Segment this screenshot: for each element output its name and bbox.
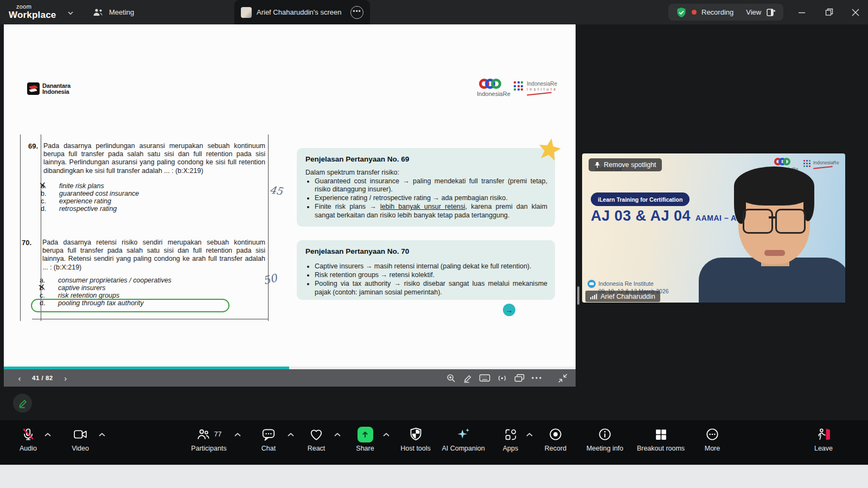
broadcast-icon[interactable] xyxy=(496,373,508,383)
course-code: AJ 03 & AJ 04 xyxy=(591,208,691,224)
danantara-logo-line1: Danantara xyxy=(42,83,71,89)
remove-spotlight-button[interactable]: Remove spotlight xyxy=(589,158,662,171)
more-options-icon[interactable] xyxy=(531,376,542,380)
video-strip-scrollbar[interactable] xyxy=(577,286,579,305)
more-icon xyxy=(705,427,719,441)
workplace-chevron-down-icon[interactable] xyxy=(66,10,75,16)
meeting-info-label: Meeting info xyxy=(577,445,633,452)
record-icon xyxy=(548,427,563,441)
next-page-button[interactable]: › xyxy=(59,374,73,383)
tab-options-icon[interactable]: ••• xyxy=(350,6,363,19)
record-button[interactable]: Record xyxy=(534,427,577,452)
recording-dot-icon xyxy=(692,10,697,15)
explanation-69-bullet-3: Finite risk plans → lebih banyak unsur r… xyxy=(315,203,547,220)
institute-line1: IndonesiaRe xyxy=(527,81,557,87)
q69-option-a: finite risk plans xyxy=(59,182,104,190)
q69-handwritten-note: 45 xyxy=(269,183,284,197)
institute-dots-icon xyxy=(514,81,524,91)
tab-shared-screen[interactable]: Arief Chaharuddin's screen ••• xyxy=(234,0,370,24)
close-button[interactable] xyxy=(843,0,868,24)
q69-option-d-letter: d. xyxy=(41,205,59,213)
share-chevron-up[interactable] xyxy=(382,432,391,438)
explanation-69-card: Penjelasan Pertanyaan No. 69 Dalam spekt… xyxy=(297,148,555,227)
minimize-button[interactable] xyxy=(789,0,814,24)
institute-line2: I n s t i t u t e xyxy=(527,87,557,92)
leave-label: Leave xyxy=(802,445,845,452)
more-button[interactable]: More xyxy=(691,427,734,452)
zoom-in-icon[interactable] xyxy=(446,373,456,383)
share-screen-icon xyxy=(358,427,373,442)
signal-bars-icon xyxy=(590,293,597,299)
q70-option-c-letter: c. xyxy=(40,292,58,299)
apps-icon xyxy=(504,428,518,441)
video-label: Video xyxy=(59,445,102,452)
react-chevron-up[interactable] xyxy=(333,432,342,438)
ai-companion-label: AI Companion xyxy=(434,445,493,452)
chat-label: Chat xyxy=(247,445,290,452)
view-layout-icon[interactable] xyxy=(766,8,776,17)
meeting-info-button[interactable]: Meeting info xyxy=(577,427,633,452)
q69-options: a.finite risk plans b.guaranteed cost in… xyxy=(41,182,269,213)
ai-companion-button[interactable]: AI Companion xyxy=(434,427,493,452)
view-button[interactable]: View xyxy=(746,8,761,16)
q69-option-b: guaranteed cost insurance xyxy=(59,190,139,197)
share-button[interactable]: Share xyxy=(343,427,387,452)
apps-label: Apps xyxy=(489,445,532,452)
q69-option-a-letter: a. xyxy=(41,182,59,190)
leave-button[interactable]: Leave xyxy=(802,427,845,452)
apps-button[interactable]: Apps xyxy=(489,427,532,452)
collapse-icon[interactable] xyxy=(558,373,568,383)
explanation-70-bullets: Captive insurers → masih retensi interna… xyxy=(305,262,547,297)
q69-option-d: retrospective rating xyxy=(59,205,117,213)
explanation-70-title: Penjelasan Pertanyaan No. 70 xyxy=(297,240,555,255)
q70-text: Pada dasarnya retensi risiko sendiri mer… xyxy=(42,239,265,272)
page-indicator: 41 / 82 xyxy=(32,375,53,381)
previous-page-button[interactable]: ‹ xyxy=(12,374,27,383)
audio-chevron-up[interactable] xyxy=(43,432,52,438)
participant-video-tile[interactable]: Indonesia Remove spotlight IndonesiaRe I… xyxy=(582,153,845,303)
react-button[interactable]: React xyxy=(295,427,338,452)
scan-border-bottom xyxy=(32,319,269,319)
chat-button[interactable]: Chat xyxy=(247,427,290,452)
q69-text: Pada dasarnya perlindungan asuransi meru… xyxy=(43,142,265,175)
explanation-70-card: Penjelasan Pertanyaan No. 70 Captive ins… xyxy=(297,240,555,300)
breakout-rooms-icon xyxy=(654,428,668,441)
participants-chevron-up[interactable] xyxy=(233,432,242,438)
audio-button[interactable]: Audio xyxy=(7,427,50,452)
danantara-logo-icon xyxy=(27,82,40,95)
chat-chevron-up[interactable] xyxy=(286,432,295,438)
more-label: More xyxy=(691,445,734,452)
screen-thumbnail xyxy=(241,7,252,18)
tab-meeting[interactable]: Meeting xyxy=(92,0,134,24)
apps-chevron-up[interactable] xyxy=(525,432,534,438)
scan-border-right xyxy=(268,134,269,321)
participants-icon xyxy=(196,428,210,441)
slides-icon[interactable] xyxy=(514,373,525,383)
explanation-69-bullet-1: Guaranteed cost insurance → paling mende… xyxy=(315,177,547,194)
participants-label: Participants xyxy=(179,445,239,452)
ai-companion-sparkle-icon xyxy=(456,427,471,442)
explanation-70-bullet-2: Risk retention groups → retensi kolektif… xyxy=(315,271,547,280)
leave-icon xyxy=(816,427,831,441)
meeting-toolbar: Audio Video 77 Participants xyxy=(0,420,868,465)
recording-status-pill: Recording View xyxy=(668,4,783,21)
video-chevron-up[interactable] xyxy=(98,432,106,438)
security-shield-icon xyxy=(676,7,687,18)
chat-bubble-logo-icon xyxy=(588,280,596,288)
restore-button[interactable] xyxy=(816,0,841,24)
record-label: Record xyxy=(534,445,577,452)
remove-spotlight-label: Remove spotlight xyxy=(604,161,656,169)
q70-option-b: captive insurers xyxy=(58,284,106,292)
breakout-rooms-button[interactable]: Breakout rooms xyxy=(628,427,693,452)
annotation-pencil-button[interactable] xyxy=(13,394,32,413)
annotate-pen-icon[interactable] xyxy=(462,373,473,383)
keyboard-icon[interactable] xyxy=(479,373,490,383)
host-tools-button[interactable]: Host tools xyxy=(391,427,441,452)
q69-number: 69. xyxy=(28,142,38,150)
windows-taskbar: O T 9+ xyxy=(0,465,868,488)
explanation-69-underlined-phrase: lebih banyak unsur retensi xyxy=(380,203,465,210)
explanation-69-title: Penjelasan Pertanyaan No. 69 xyxy=(297,148,555,163)
indonesiare-label: IndonesiaRe xyxy=(477,91,510,97)
video-button[interactable]: Video xyxy=(59,427,102,452)
participants-button[interactable]: 77 Participants xyxy=(179,427,239,452)
